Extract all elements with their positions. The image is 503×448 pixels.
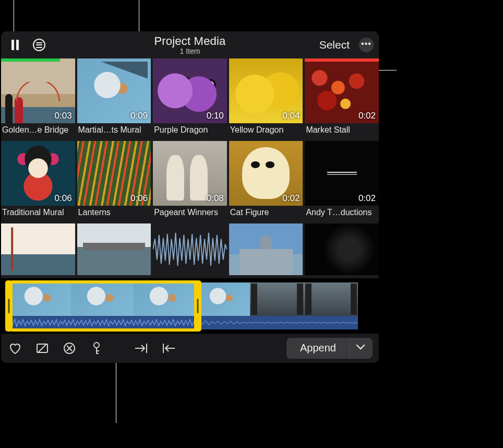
- audio-waveform: [8, 316, 196, 329]
- callout-line: [116, 355, 116, 423]
- filmstrip-track: [8, 282, 360, 329]
- clip-item[interactable]: [77, 223, 151, 275]
- favorite-button[interactable]: [7, 340, 23, 356]
- clip-thumbnail[interactable]: 0:02: [305, 141, 379, 206]
- key-icon: [91, 341, 102, 355]
- select-button[interactable]: Select: [319, 39, 350, 51]
- clip-duration: 0:02: [282, 193, 300, 204]
- clip-thumbnail[interactable]: [153, 223, 227, 275]
- thumbnail-art: [77, 223, 151, 275]
- clip-thumbnail[interactable]: 0:02: [305, 58, 379, 123]
- filmstrip-clip-selected[interactable]: [8, 282, 196, 329]
- list-icon: [33, 39, 45, 51]
- clip-duration: 0:02: [358, 111, 376, 121]
- clip-label: Purple Dragon: [153, 123, 227, 139]
- thumbnail-art: [1, 223, 75, 275]
- clip-item[interactable]: [1, 223, 75, 275]
- clip-item[interactable]: 0:02Cat Figure: [229, 141, 303, 221]
- clip-item[interactable]: 0:04Yellow Dragon: [229, 58, 303, 139]
- range-end-button[interactable]: [161, 340, 176, 356]
- clip-thumbnail[interactable]: [77, 223, 151, 275]
- clip-thumbnail[interactable]: 0:10: [153, 58, 227, 123]
- filmstrip-clip[interactable]: [196, 282, 358, 329]
- append-button[interactable]: Append: [286, 338, 350, 359]
- browser-header: Project Media 1 Item Select •••: [1, 31, 379, 58]
- chevron-down-icon: [357, 344, 366, 352]
- svg-point-5: [94, 343, 99, 348]
- clip-duration: 0:08: [207, 193, 224, 204]
- clip-duration: 0:02: [358, 193, 376, 204]
- reject-marker: [305, 58, 379, 62]
- clip-label: Martial…ts Mural: [77, 123, 151, 139]
- selection-handle-start[interactable]: [5, 280, 13, 332]
- clip-label: Golden…e Bridge: [1, 123, 75, 139]
- clip-item[interactable]: 0:06Traditional Mural: [1, 141, 75, 221]
- clip-item[interactable]: 0:09Martial…ts Mural: [77, 58, 151, 139]
- clip-thumbnail[interactable]: 0:08: [153, 141, 227, 206]
- thumbnail-art: [305, 223, 379, 275]
- clip-duration: 0:06: [55, 193, 72, 204]
- clip-thumbnail[interactable]: 0:03: [1, 58, 75, 123]
- clip-item[interactable]: [229, 223, 303, 275]
- clip-thumbnail[interactable]: [305, 223, 379, 275]
- clip-item[interactable]: 0:08Pageant Winners: [153, 141, 227, 221]
- clip-duration: 0:10: [207, 111, 224, 121]
- range-start-icon: [134, 343, 149, 354]
- clip-duration: 0:09: [130, 111, 148, 121]
- clip-duration: 0:06: [130, 193, 148, 204]
- range-start-button[interactable]: [134, 340, 149, 356]
- heart-icon: [8, 342, 22, 355]
- range-end-icon: [161, 343, 176, 354]
- media-browser-panel: Project Media 1 Item Select ••• 0:03Gold…: [1, 31, 379, 363]
- clip-thumbnail[interactable]: 0:09: [77, 58, 151, 123]
- more-button[interactable]: •••: [359, 38, 374, 52]
- clip-item[interactable]: 0:03Golden…e Bridge: [1, 58, 75, 139]
- clip-label: Yellow Dragon: [229, 123, 303, 139]
- audio-waveform: [196, 316, 358, 329]
- clip-label: Traditional Mural: [1, 206, 75, 221]
- clip-label: Market Stall: [305, 123, 379, 139]
- selection-handle-end[interactable]: [194, 280, 201, 332]
- clip-thumbnail[interactable]: [229, 223, 303, 275]
- svg-line-1: [38, 344, 47, 353]
- clip-item[interactable]: 0:10Purple Dragon: [153, 58, 227, 139]
- clip-item[interactable]: 0:06Lanterns: [77, 141, 151, 221]
- clip-thumbnail[interactable]: 0:06: [77, 141, 151, 206]
- reject-button[interactable]: [34, 340, 50, 356]
- clip-duration: 0:04: [282, 111, 300, 121]
- clip-thumbnail[interactable]: [1, 223, 75, 275]
- thumbnail-art: [153, 223, 227, 275]
- selection-border: [11, 328, 196, 332]
- clip-thumbnail[interactable]: 0:06: [1, 141, 75, 206]
- append-group: Append: [286, 338, 373, 359]
- clip-label: Cat Figure: [229, 206, 303, 221]
- clip-grid: 0:03Golden…e Bridge0:09Martial…ts Mural0…: [1, 58, 379, 277]
- clip-duration: 0:03: [55, 111, 72, 121]
- clip-label: Andy T…ductions: [305, 206, 379, 221]
- clip-item[interactable]: [305, 223, 379, 275]
- append-mode-button[interactable]: [350, 338, 373, 359]
- more-icon: •••: [361, 40, 372, 48]
- selection-border: [11, 280, 196, 284]
- clip-label: Lanterns: [77, 206, 151, 221]
- reject-icon: [35, 341, 49, 355]
- pause-icon: [11, 40, 19, 50]
- thumbnail-art: [229, 223, 303, 275]
- filmstrip[interactable]: [1, 278, 379, 334]
- clear-icon: [63, 341, 76, 355]
- clip-label: Pageant Winners: [153, 206, 227, 221]
- clip-thumbnail[interactable]: 0:02: [229, 141, 303, 206]
- clip-item[interactable]: 0:02Andy T…ductions: [305, 141, 379, 221]
- callout-line: [379, 70, 397, 70]
- bottom-toolbar: Append: [1, 334, 379, 363]
- clip-thumbnail[interactable]: 0:04: [229, 58, 303, 123]
- pause-button[interactable]: [6, 36, 24, 54]
- list-view-button[interactable]: [30, 36, 48, 54]
- clip-item[interactable]: [153, 223, 227, 275]
- clear-rating-button[interactable]: [62, 340, 77, 356]
- favorite-marker: [1, 58, 60, 62]
- keyword-button[interactable]: [89, 340, 104, 356]
- clip-item[interactable]: 0:02Market Stall: [305, 58, 379, 139]
